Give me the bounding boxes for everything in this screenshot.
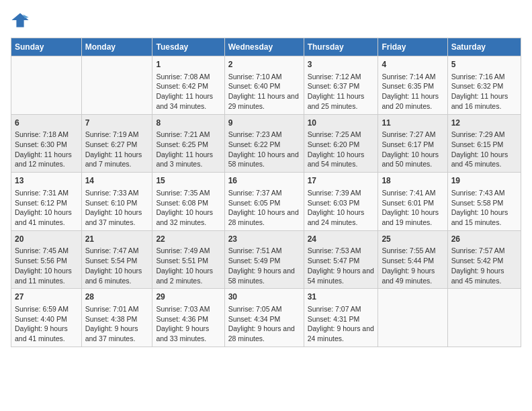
day-info: Sunrise: 6:59 AM Sunset: 4:40 PM Dayligh… — [15, 304, 78, 344]
calendar-cell: 10Sunrise: 7:25 AM Sunset: 6:20 PM Dayli… — [304, 114, 378, 173]
day-number: 9 — [228, 118, 300, 129]
calendar-cell — [11, 56, 82, 115]
day-info: Sunrise: 7:25 AM Sunset: 6:20 PM Dayligh… — [308, 130, 375, 169]
day-info: Sunrise: 7:14 AM Sunset: 6:35 PM Dayligh… — [382, 72, 443, 111]
calendar-cell: 19Sunrise: 7:43 AM Sunset: 5:58 PM Dayli… — [447, 173, 521, 231]
day-info: Sunrise: 7:03 AM Sunset: 4:36 PM Dayligh… — [156, 304, 220, 344]
day-info: Sunrise: 7:45 AM Sunset: 5:56 PM Dayligh… — [15, 246, 78, 285]
day-number: 19 — [451, 175, 517, 187]
day-number: 15 — [156, 175, 220, 187]
calendar-cell: 2Sunrise: 7:10 AM Sunset: 6:40 PM Daylig… — [224, 56, 304, 115]
calendar-cell: 29Sunrise: 7:03 AM Sunset: 4:36 PM Dayli… — [152, 289, 224, 347]
day-info: Sunrise: 7:01 AM Sunset: 4:38 PM Dayligh… — [85, 304, 149, 344]
day-info: Sunrise: 7:18 AM Sunset: 6:30 PM Dayligh… — [15, 130, 78, 169]
calendar-cell: 8Sunrise: 7:21 AM Sunset: 6:25 PM Daylig… — [152, 114, 224, 173]
day-number: 10 — [308, 118, 375, 129]
column-header-wednesday: Wednesday — [224, 38, 304, 56]
calendar-cell: 22Sunrise: 7:49 AM Sunset: 5:51 PM Dayli… — [152, 230, 224, 289]
column-header-sunday: Sunday — [11, 38, 82, 56]
calendar-cell — [81, 56, 152, 115]
day-number: 28 — [85, 291, 149, 303]
day-info: Sunrise: 7:53 AM Sunset: 5:47 PM Dayligh… — [308, 246, 375, 285]
day-number: 13 — [15, 175, 78, 187]
calendar-cell: 7Sunrise: 7:19 AM Sunset: 6:27 PM Daylig… — [81, 114, 152, 173]
day-number: 30 — [228, 291, 300, 303]
calendar-cell: 26Sunrise: 7:57 AM Sunset: 5:42 PM Dayli… — [447, 230, 521, 289]
calendar-cell: 17Sunrise: 7:39 AM Sunset: 6:03 PM Dayli… — [304, 173, 378, 231]
day-info: Sunrise: 7:51 AM Sunset: 5:49 PM Dayligh… — [228, 246, 300, 285]
logo-icon — [11, 11, 30, 30]
calendar-week-row: 27Sunrise: 6:59 AM Sunset: 4:40 PM Dayli… — [11, 289, 521, 347]
calendar-body: 1Sunrise: 7:08 AM Sunset: 6:42 PM Daylig… — [11, 56, 521, 347]
day-number: 2 — [228, 59, 300, 71]
day-number: 24 — [308, 234, 375, 245]
calendar-cell: 9Sunrise: 7:23 AM Sunset: 6:22 PM Daylig… — [224, 114, 304, 173]
day-info: Sunrise: 7:39 AM Sunset: 6:03 PM Dayligh… — [308, 188, 375, 228]
calendar-cell — [447, 289, 521, 347]
day-info: Sunrise: 7:57 AM Sunset: 5:42 PM Dayligh… — [451, 246, 517, 285]
day-info: Sunrise: 7:12 AM Sunset: 6:37 PM Dayligh… — [308, 72, 375, 111]
day-number: 22 — [156, 234, 220, 245]
column-header-saturday: Saturday — [447, 38, 521, 56]
day-info: Sunrise: 7:19 AM Sunset: 6:27 PM Dayligh… — [85, 130, 149, 169]
column-header-friday: Friday — [378, 38, 447, 56]
day-info: Sunrise: 7:43 AM Sunset: 5:58 PM Dayligh… — [451, 188, 517, 228]
day-info: Sunrise: 7:31 AM Sunset: 6:12 PM Dayligh… — [15, 188, 78, 228]
calendar-cell: 3Sunrise: 7:12 AM Sunset: 6:37 PM Daylig… — [304, 56, 378, 115]
day-number: 6 — [15, 118, 78, 129]
calendar-week-row: 13Sunrise: 7:31 AM Sunset: 6:12 PM Dayli… — [11, 173, 521, 231]
day-info: Sunrise: 7:08 AM Sunset: 6:42 PM Dayligh… — [156, 72, 220, 111]
calendar-cell — [378, 289, 447, 347]
day-number: 14 — [85, 175, 149, 187]
calendar-cell: 21Sunrise: 7:47 AM Sunset: 5:54 PM Dayli… — [81, 230, 152, 289]
day-info: Sunrise: 7:55 AM Sunset: 5:44 PM Dayligh… — [382, 246, 443, 285]
day-info: Sunrise: 7:10 AM Sunset: 6:40 PM Dayligh… — [228, 72, 300, 111]
calendar-cell: 11Sunrise: 7:27 AM Sunset: 6:17 PM Dayli… — [378, 114, 447, 173]
day-number: 12 — [451, 118, 517, 129]
day-number: 4 — [382, 59, 443, 71]
calendar-cell: 12Sunrise: 7:29 AM Sunset: 6:15 PM Dayli… — [447, 114, 521, 173]
calendar-cell: 25Sunrise: 7:55 AM Sunset: 5:44 PM Dayli… — [378, 230, 447, 289]
header — [11, 11, 521, 30]
day-info: Sunrise: 7:33 AM Sunset: 6:10 PM Dayligh… — [85, 188, 149, 228]
day-info: Sunrise: 7:23 AM Sunset: 6:22 PM Dayligh… — [228, 130, 300, 169]
day-number: 29 — [156, 291, 220, 303]
logo — [11, 11, 32, 30]
calendar-cell: 6Sunrise: 7:18 AM Sunset: 6:30 PM Daylig… — [11, 114, 82, 173]
calendar-cell: 15Sunrise: 7:35 AM Sunset: 6:08 PM Dayli… — [152, 173, 224, 231]
day-number: 7 — [85, 118, 149, 129]
day-number: 23 — [228, 234, 300, 245]
column-header-monday: Monday — [81, 38, 152, 56]
calendar-cell: 14Sunrise: 7:33 AM Sunset: 6:10 PM Dayli… — [81, 173, 152, 231]
calendar-week-row: 6Sunrise: 7:18 AM Sunset: 6:30 PM Daylig… — [11, 114, 521, 173]
day-info: Sunrise: 7:47 AM Sunset: 5:54 PM Dayligh… — [85, 246, 149, 285]
day-info: Sunrise: 7:27 AM Sunset: 6:17 PM Dayligh… — [382, 130, 443, 169]
day-number: 1 — [156, 59, 220, 71]
calendar-cell: 5Sunrise: 7:16 AM Sunset: 6:32 PM Daylig… — [447, 56, 521, 115]
day-info: Sunrise: 7:21 AM Sunset: 6:25 PM Dayligh… — [156, 130, 220, 169]
calendar-week-row: 1Sunrise: 7:08 AM Sunset: 6:42 PM Daylig… — [11, 56, 521, 115]
day-info: Sunrise: 7:35 AM Sunset: 6:08 PM Dayligh… — [156, 188, 220, 228]
calendar-cell: 31Sunrise: 7:07 AM Sunset: 4:31 PM Dayli… — [304, 289, 378, 347]
day-info: Sunrise: 7:37 AM Sunset: 6:05 PM Dayligh… — [228, 188, 300, 228]
day-number: 21 — [85, 234, 149, 245]
day-number: 16 — [228, 175, 300, 187]
day-number: 11 — [382, 118, 443, 129]
day-number: 3 — [308, 59, 375, 71]
calendar-cell: 16Sunrise: 7:37 AM Sunset: 6:05 PM Dayli… — [224, 173, 304, 231]
day-number: 17 — [308, 175, 375, 187]
calendar-cell: 24Sunrise: 7:53 AM Sunset: 5:47 PM Dayli… — [304, 230, 378, 289]
calendar-cell: 20Sunrise: 7:45 AM Sunset: 5:56 PM Dayli… — [11, 230, 82, 289]
day-info: Sunrise: 7:29 AM Sunset: 6:15 PM Dayligh… — [451, 130, 517, 169]
day-number: 25 — [382, 234, 443, 245]
calendar-cell: 1Sunrise: 7:08 AM Sunset: 6:42 PM Daylig… — [152, 56, 224, 115]
day-info: Sunrise: 7:41 AM Sunset: 6:01 PM Dayligh… — [382, 188, 443, 228]
calendar-cell: 18Sunrise: 7:41 AM Sunset: 6:01 PM Dayli… — [378, 173, 447, 231]
day-number: 8 — [156, 118, 220, 129]
calendar-week-row: 20Sunrise: 7:45 AM Sunset: 5:56 PM Dayli… — [11, 230, 521, 289]
day-number: 26 — [451, 234, 517, 245]
day-number: 18 — [382, 175, 443, 187]
day-info: Sunrise: 7:07 AM Sunset: 4:31 PM Dayligh… — [308, 304, 375, 344]
calendar-cell: 23Sunrise: 7:51 AM Sunset: 5:49 PM Dayli… — [224, 230, 304, 289]
day-info: Sunrise: 7:05 AM Sunset: 4:34 PM Dayligh… — [228, 304, 300, 344]
